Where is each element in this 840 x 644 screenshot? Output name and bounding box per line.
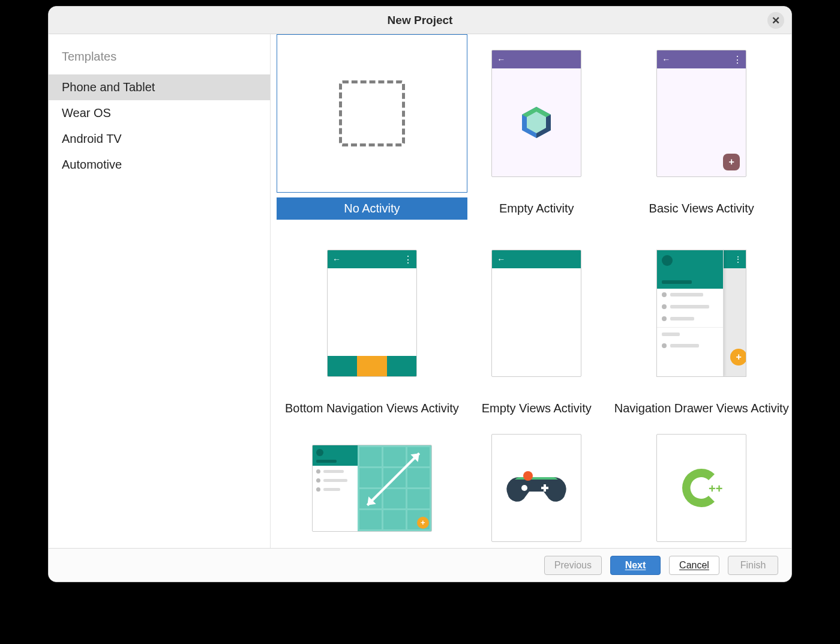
phone-preview: ← ⋮ + [656,50,746,177]
cpp-icon: ++ [677,464,725,512]
overflow-menu-icon: ⋮ [734,254,742,264]
sidebar-item-phone-and-tablet[interactable]: Phone and Tablet [49,74,270,100]
dashed-placeholder-icon [339,80,405,146]
titlebar: New Project ✕ [49,7,791,34]
bottom-nav [328,356,416,376]
button-label: Cancel [679,560,709,571]
template-empty-views-activity[interactable]: ← Empty Views Activity [473,234,600,420]
template-basic-views-activity[interactable]: ← ⋮ + Basic Views Activity [606,34,791,220]
template-empty-activity[interactable]: ← Empty Activity [473,34,600,220]
fab-add-icon: + [417,517,429,529]
phone-preview: ← ⋮ [327,250,417,377]
template-responsive-views-activity[interactable]: + Responsive Views Activity [277,434,467,548]
sidebar-item-label: Phone and Tablet [62,80,155,94]
svg-point-10 [523,471,533,481]
sidebar: Templates Phone and Tablet Wear OS Andro… [49,34,271,548]
template-label: Bottom Navigation Views Activity [277,397,467,420]
template-native-cpp[interactable]: ++ Native C++ [606,434,791,548]
template-thumb: ← ⋮ [277,234,467,393]
template-thumb: ++ [606,434,791,542]
template-thumb: ⋮ + [606,234,791,393]
overflow-menu-icon: ⋮ [733,54,741,65]
phone-preview: ⋮ + [656,250,746,377]
dialog-body: Templates Phone and Tablet Wear OS Andro… [49,34,791,548]
dialog-footer: Previous Next Cancel Finish [49,548,791,582]
template-label: Empty Views Activity [473,397,600,420]
back-arrow-icon: ← [497,55,505,64]
appbar: ← [492,50,581,68]
back-arrow-icon: ← [497,254,505,264]
close-button[interactable]: ✕ [767,12,784,29]
finish-button[interactable]: Finish [728,556,778,575]
appbar: ← ⋮ [328,250,416,268]
phone-preview: ++ [656,434,746,542]
phone-preview: ← [491,250,581,377]
sidebar-item-label: Wear OS [62,106,111,119]
compose-logo-icon [518,104,554,140]
template-label: Navigation Drawer Views Activity [606,397,791,420]
svg-point-7 [521,485,527,491]
fab-add-icon: + [730,349,746,366]
template-thumb [473,434,600,542]
button-label: Finish [740,560,766,571]
cancel-button[interactable]: Cancel [669,556,719,575]
template-no-activity[interactable]: No Activity [277,34,467,220]
template-thumb: ← [473,234,600,393]
close-icon: ✕ [772,16,780,26]
template-bottom-navigation-views-activity[interactable]: ← ⋮ Bottom Navigation Views Activity [277,234,467,420]
svg-rect-9 [541,487,548,489]
back-arrow-icon: ← [332,254,341,264]
sidebar-header: Templates [49,50,270,74]
sidebar-item-label: Automotive [62,158,122,171]
overflow-menu-icon: ⋮ [403,254,412,265]
next-button[interactable]: Next [610,556,661,575]
sidebar-item-automotive[interactable]: Automotive [49,152,270,178]
appbar: ← [492,250,581,268]
template-label: Empty Activity [473,197,600,220]
appbar: ← ⋮ [657,50,746,68]
template-thumb: ← ⋮ + [606,34,791,193]
new-project-window: New Project ✕ Templates Phone and Tablet… [48,6,792,582]
phone-preview: ← [491,50,581,177]
phone-preview [491,434,581,542]
window-title: New Project [388,14,453,27]
sidebar-item-wear-os[interactable]: Wear OS [49,100,270,126]
fab-add-icon: + [723,154,740,170]
back-arrow-icon: ← [662,55,670,64]
template-navigation-drawer-views-activity[interactable]: ⋮ + Navigation Drawer Views Activity [606,234,791,420]
game-controller-icon [506,470,566,506]
button-label: Next [625,560,646,571]
template-thumb: + [277,434,467,542]
template-grid[interactable]: No Activity ← [271,34,791,548]
svg-text:++: ++ [709,482,722,495]
tablet-preview: + [312,445,432,532]
previous-button[interactable]: Previous [544,556,602,575]
template-label: No Activity [277,197,467,220]
sidebar-item-label: Android TV [62,132,122,145]
sidebar-item-android-tv[interactable]: Android TV [49,126,270,152]
template-game-activity-cpp[interactable]: Game Activity (C++) [473,434,600,548]
template-thumb: ← [473,34,600,193]
template-thumb [277,34,467,193]
template-label: Basic Views Activity [606,197,791,220]
button-label: Previous [554,560,592,571]
